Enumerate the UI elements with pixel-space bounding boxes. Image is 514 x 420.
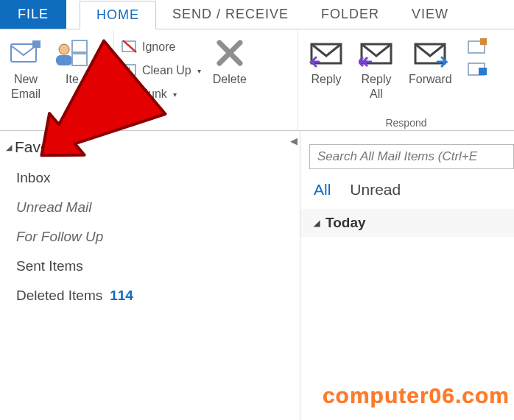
favorites-header[interactable]: ◢ Favorites (6, 138, 289, 156)
collapse-triangle-icon: ◢ (314, 218, 320, 228)
junk-label: Junk (142, 88, 167, 101)
svg-rect-1 (32, 40, 41, 48)
tab-view-label: VIEW (412, 7, 448, 22)
new-email-icon (10, 35, 41, 71)
forward-label: Forward (409, 72, 452, 87)
pane-collapse-handle[interactable]: ◀ (290, 135, 298, 146)
filter-all[interactable]: All (314, 181, 331, 199)
tab-send-receive[interactable]: SEND / RECEIVE (156, 0, 305, 29)
ribbon-group-delete: Ignore × Clean Up ▾ Junk ▾ (114, 29, 298, 130)
reply-all-icon (359, 35, 394, 71)
today-label: Today (325, 215, 366, 231)
tab-file-label: FILE (18, 7, 49, 22)
tab-folder[interactable]: FOLDER (305, 0, 395, 29)
group-label-new: New (6, 115, 108, 129)
favorites-label: Favorites (15, 138, 78, 156)
svg-rect-20 (479, 68, 487, 75)
cleanup-icon: × (122, 62, 138, 79)
svg-point-11 (127, 90, 131, 95)
nav-inbox-label: Inbox (16, 170, 50, 186)
nav-inbox[interactable]: Inbox (6, 163, 289, 193)
reply-all-label: Reply All (362, 72, 392, 102)
message-list-area: ◀ Search All Mail Items (Ctrl+E All Unre… (300, 131, 514, 420)
ignore-button[interactable]: Ignore (120, 37, 203, 57)
chevron-down-icon: ▾ (197, 67, 201, 75)
ignore-icon (122, 38, 138, 56)
group-label-delete (120, 115, 292, 129)
svg-point-2 (59, 44, 69, 54)
new-items-icon (56, 35, 88, 71)
nav-unread-mail[interactable]: Unread Mail (6, 193, 289, 222)
svg-rect-0 (11, 44, 36, 62)
ribbon-group-respond: Reply Reply All (298, 29, 514, 130)
tab-home-label: HOME (96, 7, 139, 23)
filter-unread[interactable]: Unread (350, 181, 401, 199)
new-items-button[interactable]: Ite (52, 34, 93, 115)
reply-icon (309, 35, 344, 71)
nav-follow-up[interactable]: For Follow Up (6, 222, 289, 252)
search-input[interactable]: Search All Mail Items (Ctrl+E (309, 144, 514, 169)
delete-icon (214, 35, 245, 71)
svg-rect-3 (56, 55, 72, 65)
navigation-pane: ◢ Favorites Inbox Unread Mail For Follow… (0, 131, 300, 420)
new-email-label: New Email (11, 72, 41, 102)
svg-rect-5 (72, 54, 87, 65)
delete-button[interactable]: Delete (208, 34, 251, 115)
ignore-label: Ignore (142, 40, 175, 54)
junk-icon (122, 85, 138, 103)
nav-deleted-label: Deleted Items (16, 288, 102, 304)
reply-button[interactable]: Reply (304, 34, 348, 115)
ribbon: New Email Ite New (0, 29, 514, 131)
meeting-icon[interactable] (467, 38, 487, 57)
more-respond-icon[interactable] (467, 60, 487, 79)
watermark: computer06.com (323, 383, 510, 408)
nav-deleted-items[interactable]: Deleted Items 114 (6, 281, 289, 310)
reply-all-button[interactable]: Reply All (354, 34, 398, 115)
junk-button[interactable]: Junk ▾ (120, 84, 203, 104)
reply-label: Reply (311, 72, 342, 87)
forward-icon (412, 35, 448, 71)
content-area: ◢ Favorites Inbox Unread Mail For Follow… (0, 131, 514, 420)
forward-button[interactable]: Forward (404, 34, 457, 115)
nav-deleted-count: 114 (110, 288, 133, 304)
tab-file[interactable]: FILE (0, 0, 66, 29)
group-label-respond: Respond (304, 115, 508, 129)
search-placeholder: Search All Mail Items (Ctrl+E (317, 149, 477, 164)
svg-rect-18 (480, 38, 487, 45)
ribbon-tabbar: FILE HOME SEND / RECEIVE FOLDER VIEW (0, 0, 514, 29)
tab-view[interactable]: VIEW (395, 0, 465, 29)
cleanup-label: Clean Up (142, 64, 191, 77)
group-header-today[interactable]: ◢ Today (300, 209, 514, 237)
svg-text:×: × (124, 64, 130, 76)
tab-folder-label: FOLDER (321, 7, 379, 22)
cleanup-button[interactable]: × Clean Up ▾ (120, 60, 203, 81)
tab-home[interactable]: HOME (80, 1, 156, 29)
svg-rect-4 (72, 40, 87, 52)
ribbon-group-new: New Email Ite New (0, 29, 114, 130)
tab-send-receive-label: SEND / RECEIVE (172, 7, 289, 22)
new-items-label: Ite (66, 72, 79, 87)
collapse-triangle-icon: ◢ (6, 143, 12, 152)
respond-extra (462, 34, 489, 115)
new-email-button[interactable]: New Email (6, 34, 46, 115)
nav-sent-items[interactable]: Sent Items (6, 252, 289, 281)
delete-label: Delete (213, 72, 247, 87)
nav-sent-label: Sent Items (16, 258, 83, 274)
nav-unread-label: Unread Mail (16, 199, 91, 216)
chevron-down-icon: ▾ (173, 90, 177, 99)
nav-follow-up-label: For Follow Up (16, 229, 103, 245)
filter-bar: All Unread (300, 181, 514, 209)
